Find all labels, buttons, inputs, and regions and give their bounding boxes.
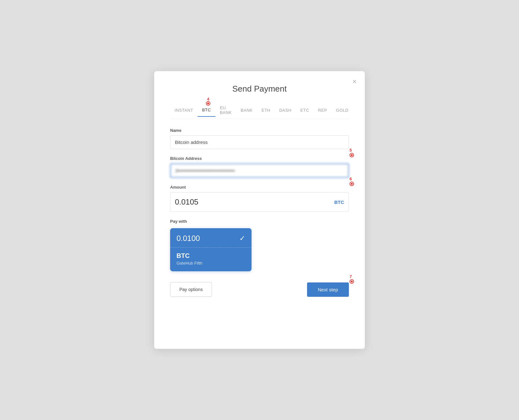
pay-with-label: Pay with — [170, 219, 349, 224]
next-step-button[interactable]: Next step — [307, 282, 349, 297]
tab-instant[interactable]: INSTANT — [170, 105, 198, 116]
pay-options-button[interactable]: Pay options — [170, 282, 212, 297]
close-button[interactable]: × — [352, 78, 357, 85]
bitcoin-address-label: Bitcoin Address — [170, 156, 349, 161]
pay-with-group: Pay with 0.0100 ✓ BTC GateHub Fifth — [170, 219, 349, 271]
amount-label: Amount — [170, 185, 349, 190]
name-label: Name — [170, 128, 349, 133]
tab-bank[interactable]: BANK — [236, 105, 257, 116]
marker-5: 5 — [350, 147, 354, 157]
modal-dialog: × Send Payment 4 INSTANT BTC EU BANK BAN… — [154, 71, 365, 349]
modal-title: Send Payment — [170, 84, 349, 94]
name-field-group: Name — [170, 128, 349, 149]
modal-overlay: × Send Payment 4 INSTANT BTC EU BANK BAN… — [0, 0, 519, 420]
marker-6: 6 — [350, 176, 354, 186]
tab-btc[interactable]: BTC — [198, 105, 215, 117]
bitcoin-address-input[interactable] — [170, 163, 349, 178]
name-input[interactable] — [170, 135, 349, 149]
amount-field-group: Amount 6 0.0105 BTC — [170, 185, 349, 212]
tab-eu-bank[interactable]: EU BANK — [215, 103, 236, 119]
wallet-card-bottom: BTC GateHub Fifth — [170, 248, 252, 271]
wallet-check-icon: ✓ — [239, 234, 245, 243]
amount-value: 0.0105 — [175, 198, 198, 206]
tab-gold[interactable]: GOLD — [332, 105, 353, 116]
tab-rep[interactable]: REP — [314, 105, 332, 116]
wallet-card-top: 0.0100 ✓ — [170, 228, 252, 248]
tab-dash[interactable]: DASH — [275, 105, 296, 116]
tabs-container: 4 INSTANT BTC EU BANK BANK ETH DASH ETC … — [170, 103, 349, 119]
bitcoin-address-field-group: Bitcoin Address 5 — [170, 156, 349, 178]
tabs-row: INSTANT BTC EU BANK BANK ETH DASH ETC RE… — [170, 103, 349, 119]
wallet-card[interactable]: 0.0100 ✓ BTC GateHub Fifth — [170, 228, 252, 271]
next-step-wrapper: 7 Next step — [307, 282, 349, 297]
tab-eth[interactable]: ETH — [257, 105, 275, 116]
wallet-currency: BTC — [177, 252, 245, 259]
amount-display[interactable]: 0.0105 BTC — [170, 192, 349, 212]
marker-7: 7 — [350, 274, 354, 284]
footer-actions: Pay options 7 Next step — [170, 282, 349, 297]
wallet-name: GateHub Fifth — [177, 261, 245, 266]
amount-currency: BTC — [334, 199, 344, 205]
wallet-balance: 0.0100 — [177, 234, 200, 243]
tab-etc[interactable]: ETC — [296, 105, 314, 116]
